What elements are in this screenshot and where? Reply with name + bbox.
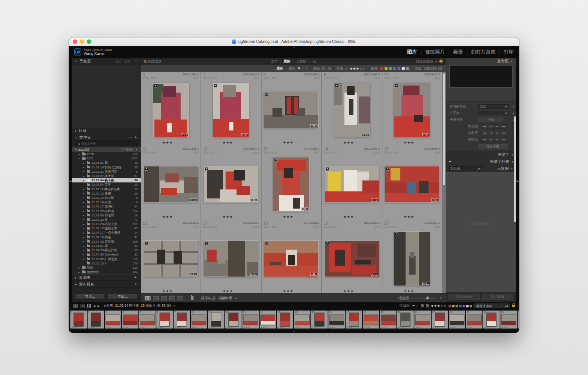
collections-disclosure-icon[interactable]: ▶ xyxy=(75,276,77,279)
folder-disclosure-icon[interactable]: ▶ xyxy=(83,192,86,195)
filmstrip-thumb[interactable]: 6★★★ xyxy=(156,311,173,329)
filmstrip-source-dropdown-icon[interactable]: ▼ xyxy=(173,305,175,307)
star-rating[interactable]: ★★★ xyxy=(162,141,173,145)
minimize-window-button[interactable] xyxy=(80,39,84,44)
navigator-header[interactable]: ▼ 导航器 适合 填满 1:1 xyxy=(72,58,141,65)
folder-disclosure-icon[interactable]: ▶ xyxy=(83,170,86,173)
color-swatch-2[interactable] xyxy=(389,67,392,70)
folder-disclosure-icon[interactable]: ▶ xyxy=(83,249,86,252)
filmstrip-thumb[interactable]: 8★★★ xyxy=(191,311,207,329)
step-large-decrease-button[interactable]: ◀◀ xyxy=(480,138,488,142)
flag-picked-icon[interactable]: ⚑ xyxy=(298,67,301,70)
sort-value[interactable]: 拍摄时间 xyxy=(219,296,233,301)
add-keyword-button[interactable]: + xyxy=(449,159,451,164)
grid-cell[interactable]: 20DSC02041-24000 x 6000ARW⚑#±★★★· · xyxy=(382,220,443,293)
photo-DSC01964-2[interactable]: ⚑#± xyxy=(264,92,318,128)
filter-star-5[interactable]: ★ xyxy=(362,67,365,71)
star-rating[interactable]: ★★★ xyxy=(283,289,294,293)
filmstrip-source-path[interactable]: 文件夹: 21.02.04 筷子路 xyxy=(103,304,139,308)
color-swatch-0[interactable] xyxy=(448,305,451,307)
filmstrip-thumb[interactable]: 24★★★ xyxy=(466,311,482,329)
step-decrease-button[interactable]: ◀ xyxy=(488,124,494,129)
folder-disclosure-icon[interactable]: ▶ xyxy=(83,254,86,256)
grid-cell[interactable]: 6DSC01960-23519 x 5278ARW⚑#±★★★· · xyxy=(141,72,201,146)
grid-cell[interactable]: 19DSC02030-25102 x 3401ARW⚑#±★★★· · xyxy=(322,220,382,293)
folder-disclosure-icon[interactable]: ▶ xyxy=(83,223,86,225)
filmstrip-thumb[interactable]: 11★★★ xyxy=(242,311,259,329)
sort-direction-icon[interactable]: ▴▾ xyxy=(235,297,237,300)
folder-row[interactable]: ▶21.02.13-杂图60 xyxy=(72,191,141,196)
photo-DSC01967-2[interactable]: ⚑#± xyxy=(394,83,430,137)
star-rating[interactable]: ★★★ xyxy=(343,215,354,219)
sync-metadata-button[interactable]: 同步元数据 xyxy=(448,294,480,300)
auto-tone-button[interactable]: 自动 xyxy=(478,118,503,122)
keywording-section-header[interactable]: 关键字 ◀ xyxy=(446,151,516,158)
star-rating[interactable]: ★★★ xyxy=(162,289,173,293)
folder-disclosure-icon[interactable]: ▶ xyxy=(83,245,86,247)
metadata-preset-dropdown[interactable]: 默认值 ▴▾ xyxy=(449,166,482,171)
color-swatch-5[interactable] xyxy=(466,305,469,307)
filmstrip-thumb[interactable]: 1★★★ xyxy=(70,311,87,329)
metadata-section-header[interactable]: 默认值 ▴▾ 元数据 ▼ xyxy=(446,165,516,172)
edited-filter-icon[interactable] xyxy=(421,304,424,307)
folder-row[interactable]: ▶21.04.27-花42 xyxy=(72,244,141,248)
folder-row[interactable]: ▶21.01.21-坊墙与光8 xyxy=(72,170,141,174)
folders-section-header[interactable]: ▼ 文件夹 − +, xyxy=(72,134,141,141)
white-balance-dropdown[interactable]: ▴▾ xyxy=(478,111,509,115)
filmstrip-thumb[interactable]: 5★★★ xyxy=(139,311,156,329)
zoom-fit-option[interactable]: 适合 xyxy=(115,59,122,64)
collapse-filmstrip-icon[interactable]: ▼ xyxy=(293,330,295,333)
volume-header[interactable]: macOS 162 张照片 ▼ xyxy=(72,147,141,152)
people-view-button[interactable] xyxy=(177,296,183,300)
grid-cell[interactable]: 7DSC01962-23827 x 5743ARW⚑#±★★★· · xyxy=(201,72,261,146)
filmstrip-thumb[interactable]: 18★★★ xyxy=(363,311,379,329)
flag-rejected-icon[interactable]: ⚑ xyxy=(305,67,308,70)
keywording-disclosure-icon[interactable]: ◀ xyxy=(511,153,513,156)
grid-scrollbar[interactable] xyxy=(443,72,446,293)
step-large-increase-button[interactable]: ▶▶ xyxy=(500,131,507,135)
thumbnail-size-slider-knob[interactable] xyxy=(426,296,429,299)
collapse-right-panel-icon[interactable]: ▶ xyxy=(517,180,519,183)
star-rating[interactable]: ★★★ xyxy=(222,141,233,145)
export-button[interactable]: 导出... xyxy=(108,293,138,300)
star-rating[interactable]: ★★★ xyxy=(343,289,354,293)
folder-disclosure-icon[interactable]: ▶ xyxy=(83,240,86,243)
loupe-view-button[interactable] xyxy=(153,296,159,300)
folder-row[interactable]: ▶21.02.04-筷子路56 xyxy=(72,178,141,182)
photo-DSC02026-2[interactable]: ⚑#± xyxy=(264,241,318,277)
photo-DSC02041-2[interactable]: ⚑#± xyxy=(394,232,430,286)
close-window-button[interactable] xyxy=(73,39,77,44)
go-to-grid-button[interactable] xyxy=(87,304,91,308)
filmstrip-thumb[interactable]: 21★★★ xyxy=(414,311,431,329)
folder-disclosure-icon[interactable]: ▶ xyxy=(83,201,86,204)
filter-star-2[interactable]: ★ xyxy=(434,304,437,308)
filmstrip-thumb[interactable]: 4★★★ xyxy=(122,311,138,329)
filter-star-5[interactable]: ★ xyxy=(443,304,446,308)
toolbar-options-icon[interactable]: ▼ xyxy=(439,297,442,299)
photo-DSC01960-2[interactable]: ⚑#± xyxy=(153,83,189,137)
star-rating[interactable]: ★★★ xyxy=(222,289,233,293)
right-panel-scrollbar-thumb[interactable] xyxy=(514,116,516,222)
zoom-ratio-option[interactable]: 1:1 xyxy=(133,59,138,64)
star-rating[interactable]: ★★★ xyxy=(343,141,354,145)
filmstrip-thumb[interactable]: 7★★★ xyxy=(174,311,190,329)
grid-cell[interactable]: 9DSC01966-24000 x 6000ARW⚑#±★★★· · xyxy=(322,72,382,146)
folder-disclosure-icon[interactable]: ▶ xyxy=(83,188,86,190)
publish-disclosure-icon[interactable]: ▶ xyxy=(75,283,77,286)
keyword-list-disclosure-icon[interactable]: ◀ xyxy=(511,160,513,163)
grid-cell[interactable]: 10DSC01967-24000 x 6000ARW⚑#±★★★· · xyxy=(382,72,443,146)
star-rating[interactable]: ★★★ xyxy=(403,289,414,293)
folder-disclosure-icon[interactable]: ▶ xyxy=(83,227,86,230)
next-photo-icon[interactable]: ▶ xyxy=(97,304,100,308)
saved-preset-expand-icon[interactable]: ◀ xyxy=(511,105,514,108)
filmstrip-scroll-left-icon[interactable]: ◀ xyxy=(69,317,71,320)
folder-row[interactable]: ▶21.03.23-武汉之旅529 xyxy=(72,222,141,226)
zoom-fill-option[interactable]: 填满 xyxy=(124,59,131,64)
thumbnail-size-slider[interactable] xyxy=(412,298,437,298)
folder-disclosure-icon[interactable]: ▼ xyxy=(78,157,81,160)
painter-tool-icon[interactable] xyxy=(191,296,194,300)
folder-row[interactable]: ▶21.03.15-春71 xyxy=(72,218,141,222)
star-rating[interactable]: ★★★ xyxy=(403,141,414,145)
step-increase-button[interactable]: ▶ xyxy=(494,131,500,135)
collapse-left-panel-icon[interactable]: ◀ xyxy=(69,180,71,183)
